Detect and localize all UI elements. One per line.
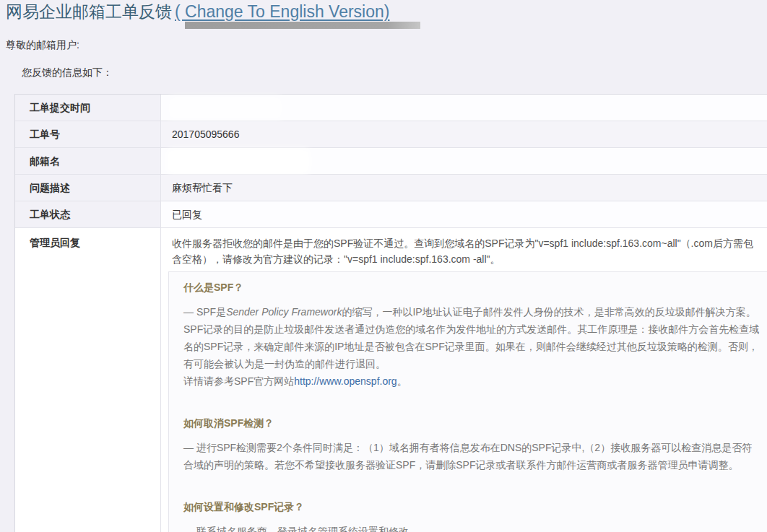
table-row-ticket-number: 工单号 201705095666 [15,121,767,148]
table-row-mailbox-name: 邮箱名 [15,148,767,175]
greeting-text: 尊敬的邮箱用户: [6,39,79,52]
ticket-value: 麻烦帮忙看下 [161,175,767,201]
openspf-link[interactable]: http://www.openspf.org [294,375,396,387]
section-link-line: 详情请参考SPF官方网站http://www.openspf.org。 [183,372,760,390]
reply-intro-text: 收件服务器拒收您的邮件是由于您的SPF验证不通过。查询到您域名的SPF记录为"v… [172,235,760,267]
section-heading: 什么是SPF？ [183,282,760,295]
redacted-value-block [170,152,307,170]
page-title-text: 网易企业邮箱工单反馈 [6,2,172,21]
ticket-table: 工单提交时间 工单号 201705095666 邮箱名 问题描述 麻烦帮忙看下 … [14,94,767,532]
ticket-value: 201705095666 [161,121,767,147]
spf-info-box: 什么是SPF？ — SPF是Sender Policy Framework的缩写… [168,271,767,532]
title-underline-bar [185,22,420,29]
spf-section-what-is-spf: 什么是SPF？ — SPF是Sender Policy Framework的缩写… [183,282,760,390]
section-body: — SPF是Sender Policy Framework的缩写，一种以IP地址… [183,303,760,372]
section-heading: 如何设置和修改SPF记录？ [183,501,760,514]
redacted-value-block [171,100,280,116]
ticket-value: 已回复 [161,201,767,227]
work-order-feedback-page: 网易企业邮箱工单反馈( Change To English Version) 尊… [0,0,767,532]
link-suffix-text: 。 [397,375,407,387]
link-prefix-text: 详情请参考SPF官方网站 [183,375,294,387]
table-row-submit-time: 工单提交时间 [15,95,767,121]
table-row-ticket-status: 工单状态 已回复 [15,201,767,228]
spf-section-set-modify-spf: 如何设置和修改SPF记录？ — 联系域名服务商，登录域名管理系统设置和修改。 S… [183,501,760,532]
ticket-label: 工单号 [15,121,161,147]
intro-text: 您反馈的信息如下： [22,66,113,79]
change-language-link[interactable]: ( Change To English Version) [175,2,389,21]
ticket-value [161,95,767,121]
section-body: — 进行SPF检测需要2个条件同时满足：（1）域名拥有者将信息发布在DNS的SP… [183,439,760,474]
table-row-problem-description: 问题描述 麻烦帮忙看下 [15,175,767,201]
body-text: — SPF是 [183,306,226,318]
page-title: 网易企业邮箱工单反馈( Change To English Version) [6,1,389,22]
section-heading: 如何取消SPF检测？ [183,417,760,430]
admin-reply-cell: 收件服务器拒收您的邮件是由于您的SPF验证不通过。查询到您域名的SPF记录为"v… [161,228,767,532]
ticket-value [161,148,767,174]
section-body: — 联系域名服务商，登录域名管理系统设置和修改。 [183,523,760,532]
spf-section-cancel-spf-check: 如何取消SPF检测？ — 进行SPF检测需要2个条件同时满足：（1）域名拥有者将… [183,417,760,474]
ticket-label: 管理员回复 [15,228,161,532]
table-row-admin-reply: 管理员回复 收件服务器拒收您的邮件是由于您的SPF验证不通过。查询到您域名的SP… [15,228,767,532]
ticket-label: 邮箱名 [15,148,161,174]
body-emphasis-text: Sender Policy Framework [226,306,342,318]
ticket-label: 工单状态 [15,201,161,227]
ticket-label: 工单提交时间 [15,95,161,121]
ticket-label: 问题描述 [15,175,161,201]
